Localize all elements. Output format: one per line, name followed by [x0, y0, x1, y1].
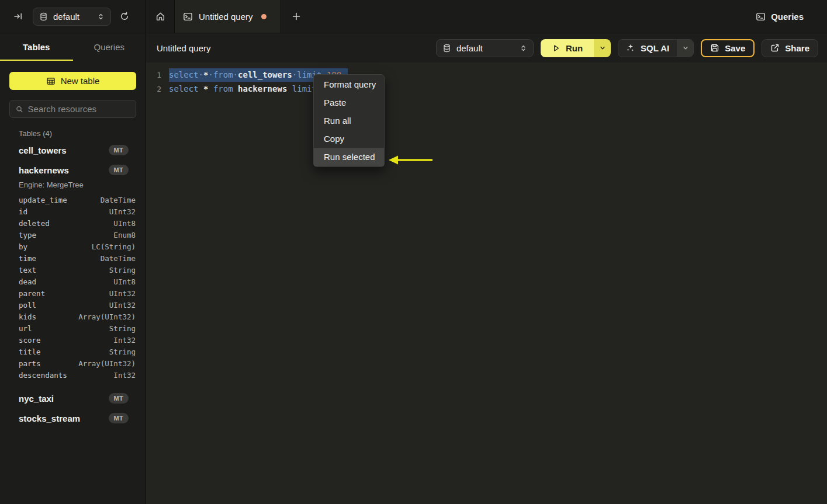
table-name: hackernews [19, 165, 69, 175]
tab-home[interactable] [146, 0, 174, 33]
column-type: Array(UInt32) [78, 359, 136, 368]
sql-ai-label: SQL AI [641, 43, 669, 53]
play-icon [552, 44, 560, 53]
line-number: 2 [146, 85, 161, 93]
column-name: url [19, 324, 32, 333]
column-name: id [19, 207, 27, 216]
refresh-icon [120, 12, 129, 21]
whitespace-dot: · [233, 70, 238, 79]
search-input[interactable] [28, 104, 130, 114]
new-tab-button[interactable] [281, 0, 312, 33]
tables-section-label: Tables (4) [19, 129, 146, 138]
table-name: cell_towers [19, 145, 67, 155]
menu-item[interactable]: Paste [314, 93, 384, 112]
query-header: Untitled query default Run [146, 33, 827, 62]
column-type: DateTime [101, 254, 136, 263]
column-name: title [19, 347, 41, 356]
search-icon [16, 105, 23, 113]
top-bar: default Untitled query [0, 0, 827, 33]
topbar-database-selector[interactable]: default [33, 8, 111, 26]
menu-item[interactable]: Copy [314, 130, 384, 148]
run-options-button[interactable] [594, 39, 611, 57]
query-title: Untitled query [157, 43, 211, 53]
column-type: UInt8 [113, 219, 136, 228]
save-button[interactable]: Save [701, 39, 755, 57]
column-name: type [19, 231, 36, 239]
sidebar-tab-tables[interactable]: Tables [0, 33, 73, 61]
table-grid-icon [46, 77, 56, 86]
table-row[interactable]: cell_towersMT [0, 141, 146, 159]
plus-icon [292, 12, 301, 21]
column-row: textString [0, 264, 146, 276]
table-engine-label: Engine: MergeTree [0, 179, 146, 194]
table-row[interactable]: hackernewsMT [0, 161, 146, 179]
column-type: Enum8 [113, 231, 136, 239]
collapse-sidebar-icon [13, 12, 23, 21]
run-button[interactable]: Run [541, 39, 594, 57]
column-row: timeDateTime [0, 252, 146, 264]
menu-item[interactable]: Run all [314, 112, 384, 130]
column-name: time [19, 254, 36, 263]
sidebar-tab-queries[interactable]: Queries [73, 33, 146, 61]
database-icon [39, 12, 48, 21]
token-kw: from [213, 70, 233, 79]
annotation-arrow [387, 154, 435, 166]
engine-badge: MT [109, 165, 129, 175]
queries-label: Queries [771, 12, 804, 22]
topbar-left-section: default [0, 0, 146, 33]
code-line[interactable]: 1select·*·from·cell_towers·limit·100· [146, 68, 827, 82]
refresh-button[interactable] [116, 8, 133, 25]
token-op: * [203, 84, 208, 93]
share-button[interactable]: Share [762, 39, 818, 57]
column-name: poll [19, 301, 36, 310]
engine-badge: MT [109, 413, 129, 423]
new-table-button[interactable]: New table [9, 72, 136, 90]
sql-ai-button[interactable]: SQL AI [618, 40, 677, 57]
column-row: pollUInt32 [0, 299, 146, 311]
sql-editor[interactable]: 1select·*·from·cell_towers·limit·100·2se… [146, 62, 827, 504]
column-row: typeEnum8 [0, 229, 146, 241]
query-database-selector[interactable]: default [436, 39, 534, 57]
column-type: LC(String) [92, 242, 136, 251]
table-row[interactable]: nyc_taxiMT [0, 389, 146, 408]
column-type: DateTime [101, 196, 136, 204]
topbar-database-value: default [53, 12, 79, 22]
collapse-sidebar-button[interactable] [9, 8, 27, 25]
whitespace-dot: · [292, 70, 297, 79]
spacer [0, 381, 146, 388]
column-name: score [19, 336, 41, 345]
column-row: deletedUInt8 [0, 217, 146, 229]
table-row[interactable]: stocks_streamMT [0, 409, 146, 427]
menu-item[interactable]: Run selected [314, 148, 384, 166]
column-row: kidsArray(UInt32) [0, 311, 146, 322]
tab-strip: Untitled query [146, 0, 312, 33]
column-row: scoreInt32 [0, 334, 146, 346]
column-row: descendantsInt32 [0, 369, 146, 381]
column-type: Array(UInt32) [78, 312, 136, 321]
sql-ai-options-button[interactable] [677, 40, 693, 57]
sql-ai-button-group: SQL AI [618, 39, 694, 57]
column-name: deleted [19, 219, 50, 228]
topbar-right-section: Queries [756, 0, 827, 33]
column-row: urlString [0, 322, 146, 334]
tab-label: Untitled query [199, 12, 253, 22]
share-label: Share [785, 43, 809, 53]
terminal-icon [756, 12, 766, 22]
column-name: kids [19, 312, 36, 321]
queries-button[interactable]: Queries [756, 12, 804, 22]
tab-untitled-query[interactable]: Untitled query [174, 0, 281, 33]
menu-item[interactable]: Format query [314, 75, 384, 93]
chevron-down-icon [599, 44, 606, 51]
whitespace-dot: · [199, 70, 203, 79]
table-name: stocks_stream [19, 413, 80, 423]
column-name: descendants [19, 371, 67, 380]
column-row: idUInt32 [0, 206, 146, 217]
column-name: text [19, 266, 36, 274]
column-name: parent [19, 289, 45, 298]
code-line[interactable]: 2select * from hackernews limit [146, 82, 827, 96]
column-type: String [109, 347, 136, 356]
column-name: update_time [19, 196, 67, 204]
search-box[interactable] [9, 100, 136, 118]
terminal-icon [183, 12, 193, 22]
run-label: Run [566, 43, 583, 53]
